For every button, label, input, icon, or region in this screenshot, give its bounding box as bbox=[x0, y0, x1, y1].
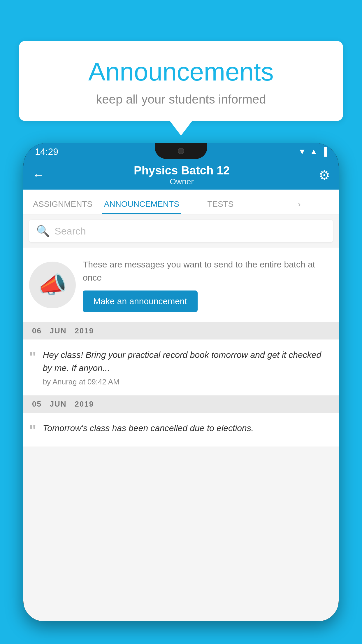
search-icon: 🔍 bbox=[36, 225, 50, 237]
tab-tests[interactable]: TESTS bbox=[181, 200, 260, 214]
app-bar-title: Physics Batch 12 bbox=[45, 164, 319, 177]
wifi-icon: ▼ bbox=[298, 147, 306, 156]
app-bar: ← Physics Batch 12 Owner ⚙ bbox=[23, 160, 339, 190]
speech-bubble: Announcements keep all your students inf… bbox=[19, 41, 343, 121]
tab-more[interactable]: › bbox=[260, 200, 339, 214]
megaphone-circle: 📣 bbox=[29, 262, 76, 308]
announcement-text-1: Hey class! Bring your practical record b… bbox=[43, 348, 330, 374]
date-divider-2: 05 JUN 2019 bbox=[23, 396, 339, 413]
speech-bubble-subtitle: keep all your students informed bbox=[36, 92, 326, 106]
prompt-description: These are messages you want to send to t… bbox=[83, 258, 330, 284]
search-bar[interactable]: 🔍 Search bbox=[29, 220, 333, 242]
battery-icon: ▐ bbox=[321, 147, 327, 156]
front-camera bbox=[178, 148, 184, 154]
tab-announcements[interactable]: ANNOUNCEMENTS bbox=[102, 200, 181, 214]
settings-icon[interactable]: ⚙ bbox=[319, 168, 330, 183]
megaphone-icon: 📣 bbox=[38, 271, 67, 299]
notch bbox=[155, 143, 207, 159]
tab-assignments[interactable]: ASSIGNMENTS bbox=[23, 200, 102, 214]
date-divider-1: 06 JUN 2019 bbox=[23, 322, 339, 340]
make-announcement-button[interactable]: Make an announcement bbox=[83, 290, 198, 312]
app-bar-subtitle: Owner bbox=[45, 177, 319, 186]
search-input[interactable]: Search bbox=[55, 225, 86, 237]
quote-icon-2: " bbox=[29, 423, 36, 438]
announcement-body-1: Hey class! Bring your practical record b… bbox=[43, 348, 330, 386]
phone-inner: 14:29 ▼ ▲ ▐ ← Physics Batch 12 Owner ⚙ A… bbox=[23, 143, 339, 621]
status-icons: ▼ ▲ ▐ bbox=[298, 147, 327, 156]
announcement-body-2: Tomorrow's class has been cancelled due … bbox=[43, 421, 330, 438]
status-time: 14:29 bbox=[35, 146, 58, 157]
announcement-text-2: Tomorrow's class has been cancelled due … bbox=[43, 421, 330, 435]
announcement-meta-1: by Anurag at 09:42 AM bbox=[43, 377, 330, 386]
speech-bubble-arrow bbox=[170, 121, 192, 136]
phone-outer: 14:29 ▼ ▲ ▐ ← Physics Batch 12 Owner ⚙ A… bbox=[23, 143, 339, 621]
back-button[interactable]: ← bbox=[32, 168, 45, 182]
content-area: 🔍 Search 📣 These are messages you want t… bbox=[23, 214, 339, 621]
quote-icon-1: " bbox=[29, 349, 36, 365]
signal-icon: ▲ bbox=[310, 147, 318, 156]
prompt-right: These are messages you want to send to t… bbox=[83, 258, 330, 312]
app-bar-title-block: Physics Batch 12 Owner bbox=[45, 164, 319, 186]
announcement-item-2[interactable]: " Tomorrow's class has been cancelled du… bbox=[23, 413, 339, 447]
announcement-item-1[interactable]: " Hey class! Bring your practical record… bbox=[23, 340, 339, 396]
announcement-prompt: 📣 These are messages you want to send to… bbox=[23, 248, 339, 322]
speech-bubble-title: Announcements bbox=[36, 57, 326, 87]
phone-wrapper: 14:29 ▼ ▲ ▐ ← Physics Batch 12 Owner ⚙ A… bbox=[23, 143, 339, 644]
tabs-bar: ASSIGNMENTS ANNOUNCEMENTS TESTS › bbox=[23, 190, 339, 214]
speech-bubble-wrapper: Announcements keep all your students inf… bbox=[19, 41, 343, 136]
